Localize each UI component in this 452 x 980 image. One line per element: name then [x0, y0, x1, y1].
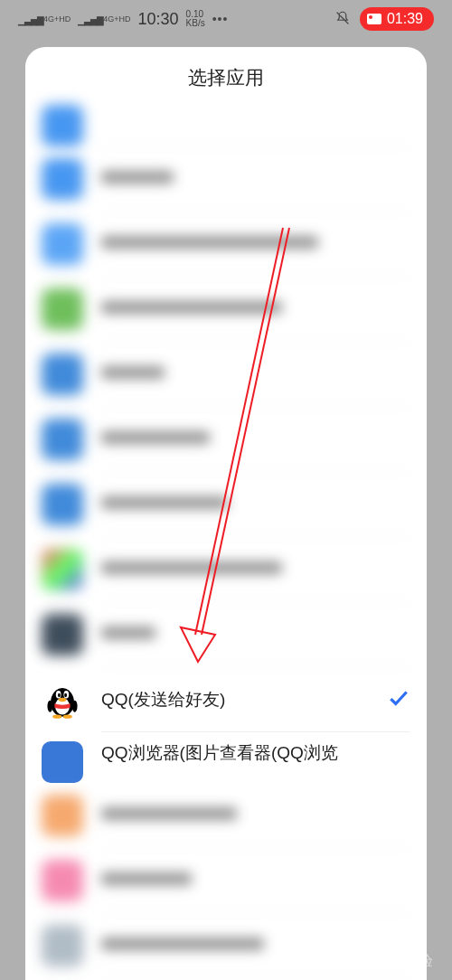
list-item[interactable]	[25, 212, 427, 277]
app-label	[101, 431, 210, 444]
record-icon	[367, 14, 381, 24]
list-item[interactable]	[25, 537, 427, 602]
app-label	[101, 938, 264, 950]
svg-point-4	[58, 693, 61, 697]
svg-point-7	[52, 715, 61, 719]
svg-point-8	[63, 715, 72, 719]
svg-point-10	[72, 701, 78, 712]
status-bar: ▁▃▅▇4G+HD ▁▃▅▇4G+HD 10:30 0.10KB/s ••• 0…	[0, 0, 452, 38]
list-item-qq-send-friend[interactable]: QQ(发送给好友)	[25, 667, 427, 732]
app-label	[101, 496, 228, 509]
qq-browser-icon	[42, 741, 83, 783]
app-icon	[42, 223, 83, 265]
app-icon	[42, 795, 83, 836]
list-item[interactable]	[25, 848, 427, 913]
app-list[interactable]: QQ(发送给好友) QQ浏览器(图片查看器(QQ浏览	[25, 105, 427, 978]
app-label: QQ(发送给好友)	[101, 690, 225, 709]
list-item[interactable]	[25, 407, 427, 472]
app-label	[101, 872, 192, 885]
app-icon	[42, 353, 83, 395]
list-item[interactable]	[25, 783, 427, 848]
screen-record-badge[interactable]: 01:39	[360, 7, 434, 31]
list-item[interactable]	[25, 472, 427, 537]
app-label	[101, 627, 155, 639]
app-icon	[42, 860, 83, 901]
more-icon: •••	[212, 12, 229, 26]
watermark: Baidu经验	[362, 952, 434, 971]
app-label	[101, 807, 237, 820]
app-label	[101, 366, 165, 379]
app-icon	[42, 419, 83, 460]
signal-1: ▁▃▅▇4G+HD	[18, 13, 71, 26]
signal-2: ▁▃▅▇4G+HD	[78, 13, 130, 26]
app-icon	[42, 614, 83, 655]
svg-point-5	[64, 693, 67, 697]
record-time: 01:39	[387, 11, 423, 27]
app-label	[101, 171, 174, 184]
network-speed: 0.10KB/s	[186, 10, 205, 28]
app-icon	[42, 288, 83, 330]
app-picker-sheet: 选择应用	[25, 47, 427, 980]
app-label	[101, 236, 318, 249]
app-icon	[42, 549, 83, 590]
app-label: QQ浏览器(图片查看器(QQ浏览	[101, 743, 338, 762]
notification-muted-icon	[334, 10, 351, 29]
app-icon	[42, 158, 83, 200]
app-label	[101, 561, 282, 574]
list-item[interactable]	[25, 277, 427, 342]
list-item[interactable]	[25, 602, 427, 667]
app-icon	[42, 925, 83, 966]
sheet-title: 选择应用	[25, 47, 427, 105]
list-item[interactable]	[25, 146, 427, 212]
app-icon	[42, 105, 83, 146]
list-item-qq-browser[interactable]: QQ浏览器(图片查看器(QQ浏览	[25, 732, 427, 783]
qq-penguin-icon	[42, 679, 83, 721]
app-icon	[42, 484, 83, 525]
list-item[interactable]	[25, 105, 427, 146]
status-left: ▁▃▅▇4G+HD ▁▃▅▇4G+HD 10:30 0.10KB/s •••	[18, 10, 228, 29]
status-clock: 10:30	[138, 10, 179, 29]
svg-point-6	[59, 698, 67, 702]
list-item[interactable]	[25, 342, 427, 407]
status-right: 01:39	[334, 7, 434, 31]
checkmark-icon	[387, 686, 410, 713]
svg-point-9	[47, 701, 52, 712]
app-label	[101, 301, 282, 314]
